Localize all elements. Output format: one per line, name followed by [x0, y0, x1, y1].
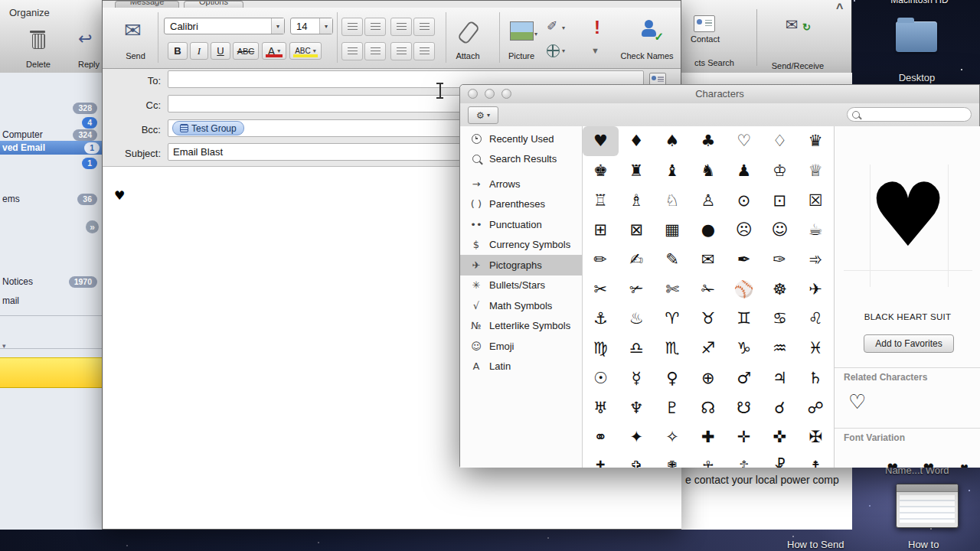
glyph-cell[interactable]: ☨ — [798, 452, 834, 468]
strikethrough-button[interactable]: ABC — [233, 42, 259, 60]
related-glyph[interactable]: ♡ — [848, 390, 866, 413]
glyph-cell[interactable]: ♙ — [690, 185, 726, 215]
sidebar-item-computer[interactable]: Computer324 — [2, 129, 100, 141]
video-caption-right[interactable]: How to — [908, 539, 939, 550]
glyph-cell[interactable]: ☍ — [798, 393, 834, 422]
glyph-cell[interactable]: ✄ — [655, 274, 691, 304]
glyph-cell[interactable]: ✎ — [655, 245, 691, 275]
glyph-cell[interactable]: ♘ — [655, 185, 691, 215]
glyph-cell[interactable]: ⊡ — [762, 185, 798, 215]
category-item-punctuation[interactable]: ••Punctuation — [460, 214, 582, 235]
chevron-down-icon[interactable]: ▾ — [534, 31, 537, 37]
chevron-down-icon[interactable]: ▾ — [562, 47, 565, 54]
glyph-cell[interactable]: ● — [690, 215, 726, 245]
glyph-cell[interactable]: ♟ — [726, 156, 762, 186]
glyph-cell[interactable]: ♕ — [798, 156, 834, 186]
gear-menu-button[interactable]: ⚙ ▾ — [468, 106, 498, 124]
chevron-down-icon[interactable]: ▾ — [313, 47, 316, 54]
numbering-button[interactable] — [364, 18, 386, 36]
glyph-cell[interactable]: ✉ — [690, 245, 726, 275]
glyph-cell[interactable]: ♏ — [655, 334, 691, 364]
bullets-button[interactable] — [341, 18, 363, 36]
chevron-down-icon[interactable]: ▾ — [319, 18, 332, 34]
glyph-cell[interactable]: ♓ — [798, 334, 834, 364]
high-priority-button[interactable]: ! — [594, 17, 600, 38]
glyph-cell[interactable]: ☥ — [690, 452, 726, 468]
glyph-cell[interactable]: ♉ — [690, 304, 726, 334]
sidebar-item-1[interactable]: 4 — [2, 116, 100, 129]
glyph-cell[interactable]: ♂ — [726, 364, 762, 393]
category-item-latin[interactable]: ALatin — [460, 357, 582, 377]
glyph-cell[interactable]: ♠ — [655, 126, 691, 156]
send-envelope-icon[interactable]: ✉ — [124, 18, 142, 42]
category-item-bullets-stars[interactable]: ✳Bullets/Stars — [460, 276, 582, 296]
chevron-down-icon[interactable]: ▾ — [562, 24, 565, 31]
glyph-cell[interactable]: ♀ — [655, 364, 691, 393]
glyph-cell[interactable]: ♃ — [762, 364, 798, 393]
glyph-cell[interactable]: ⊠ — [619, 215, 655, 245]
glyph-cell[interactable]: ⊙ — [726, 185, 762, 215]
glyph-cell[interactable]: ♇ — [655, 393, 691, 422]
bold-button[interactable]: B — [168, 42, 188, 60]
recipient-token[interactable]: Test Group — [172, 121, 244, 135]
category-item-parentheses[interactable]: ( )Parentheses — [460, 194, 582, 215]
font-name-select[interactable]: Calibri ▾ — [164, 18, 285, 34]
glyph-cell[interactable]: ⚭ — [583, 422, 619, 452]
glyph-cell[interactable]: ✂ — [583, 274, 619, 304]
font-size-select[interactable]: 14 ▾ — [290, 18, 333, 34]
reply-arrow-icon[interactable]: ↩ — [78, 29, 92, 49]
palette-search-field[interactable] — [847, 107, 972, 122]
variation-glyph[interactable]: ♥ — [874, 454, 910, 468]
glyph-cell[interactable]: ➾ — [798, 245, 834, 275]
glyph-cell[interactable]: ♍ — [583, 334, 619, 364]
check-names-icon[interactable]: ✓ — [639, 20, 662, 41]
glyph-cell[interactable]: ✧ — [655, 422, 691, 452]
glyph-cell[interactable]: ▦ — [655, 215, 691, 245]
underline-button[interactable]: U — [211, 42, 230, 60]
picture-icon[interactable] — [510, 21, 534, 41]
glyph-cell[interactable]: ✑ — [762, 245, 798, 275]
chevron-down-icon[interactable]: ▾ — [271, 18, 284, 34]
glyph-cell[interactable]: ☕ — [798, 215, 834, 245]
contact-card-icon[interactable] — [694, 15, 715, 32]
glyph-cell[interactable]: ☧ — [762, 452, 798, 468]
glyph-cell[interactable]: ♔ — [762, 156, 798, 186]
glyph-cell[interactable]: ♋ — [762, 304, 798, 334]
video-caption-left[interactable]: How to Send — [787, 539, 844, 550]
trash-icon[interactable] — [32, 34, 45, 49]
glyph-cell[interactable]: ✏ — [583, 245, 619, 275]
category-item-letterlike-symbols[interactable]: №Letterlike Symbols — [460, 316, 582, 337]
font-color-button[interactable]: A ▾ — [262, 42, 286, 60]
justify-button[interactable] — [413, 42, 435, 60]
palette-titlebar[interactable]: Characters — [460, 85, 979, 104]
add-to-favorites-button[interactable]: Add to Favorites — [864, 334, 954, 353]
glyph-cell[interactable]: ♐ — [690, 334, 726, 364]
category-item-emoji[interactable]: ☺Emoji — [460, 336, 582, 357]
glyph-cell[interactable]: ♖ — [583, 185, 619, 215]
glyph-cell[interactable]: ☿ — [619, 364, 655, 393]
glyph-cell[interactable]: ☦ — [726, 452, 762, 468]
send-receive-button[interactable]: Send/Receive — [764, 61, 831, 70]
category-item-currency-symbols[interactable]: $Currency Symbols — [460, 235, 582, 256]
glyph-cell[interactable]: ✍ — [619, 245, 655, 275]
align-left-button[interactable] — [341, 42, 363, 60]
decrease-indent-button[interactable] — [390, 18, 412, 36]
glyph-cell[interactable]: ☋ — [726, 393, 762, 422]
send-receive-envelope-icon[interactable]: ✉ — [786, 15, 799, 34]
glyph-cell[interactable]: ✞ — [619, 452, 655, 468]
variation-glyph[interactable]: ♥ — [946, 454, 980, 468]
expand-chevron-icon[interactable]: » — [86, 220, 99, 233]
globe-icon[interactable] — [547, 44, 560, 57]
glyph-cell[interactable]: ✃ — [619, 274, 655, 304]
glyph-cell[interactable]: ☊ — [690, 393, 726, 422]
video-thumbnail[interactable] — [896, 484, 959, 528]
collapse-ribbon-chevron-icon[interactable]: ^ — [836, 2, 843, 15]
glyph-cell[interactable]: ♢ — [762, 126, 798, 156]
glyph-cell[interactable]: ☹ — [726, 215, 762, 245]
pen-icon[interactable]: ✐ — [547, 18, 557, 34]
glyph-cell[interactable]: ☸ — [762, 274, 798, 304]
glyph-cell[interactable]: ♜ — [619, 156, 655, 186]
delete-button[interactable]: Delete — [21, 60, 55, 69]
tab-organize[interactable]: Organize — [9, 7, 50, 18]
align-right-button[interactable] — [390, 42, 412, 60]
